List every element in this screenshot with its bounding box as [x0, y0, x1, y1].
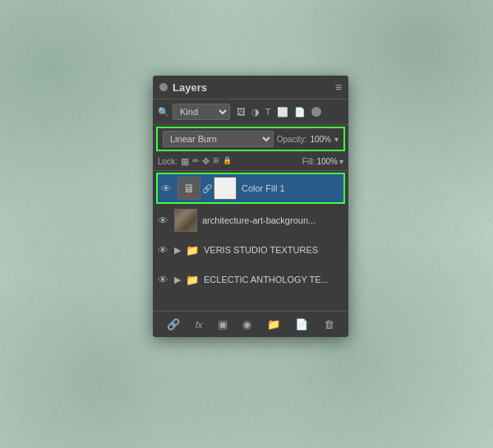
layer-eclectic-anthology[interactable]: 👁 ▶ 📁 ECLECTIC ANTHOLOGY TE...: [153, 265, 348, 294]
blend-opacity-row: Normal Dissolve Darken Multiply Color Bu…: [158, 128, 343, 150]
layer-visibility-icon-1[interactable]: 👁: [158, 215, 169, 227]
close-button[interactable]: [159, 83, 168, 91]
selected-layer-wrapper: 👁 🖥 🔗 Color Fill 1: [156, 173, 345, 204]
opacity-dropdown-arrow[interactable]: ▾: [334, 135, 339, 144]
layer-name-3: ECLECTIC ANTHOLOGY TE...: [204, 275, 343, 284]
fill-dropdown-arrow[interactable]: ▾: [339, 157, 343, 166]
layer-visibility-icon-0[interactable]: 👁: [161, 182, 173, 195]
layer-thumb-photo: [174, 209, 197, 232]
blend-row-wrapper: Normal Dissolve Darken Multiply Color Bu…: [156, 127, 345, 151]
filter-row: 🔍 Kind Name Effect Mode 🖼 ◑ T ⬜ 📄: [153, 99, 348, 125]
layer-arrow-2[interactable]: ▶: [174, 245, 181, 256]
layers-panel: Layers ≡ 🔍 Kind Name Effect Mode 🖼 ◑ T ⬜…: [153, 76, 348, 337]
layer-name-2: VERIS STUDIO TEXTURES: [204, 245, 343, 255]
filter-smart-icon[interactable]: 📄: [293, 106, 307, 118]
filter-adjust-icon[interactable]: ◑: [250, 106, 261, 118]
fill-label: Fill:: [302, 157, 316, 166]
filter-icons: 🖼 ◑ T ⬜ 📄: [235, 106, 321, 118]
fill-section: Fill: 100% ▾: [302, 157, 343, 166]
lock-label: Lock:: [158, 157, 177, 166]
filter-image-icon[interactable]: 🖼: [235, 106, 247, 118]
layer-veris-studio[interactable]: 👁 ▶ 📁 VERIS STUDIO TEXTURES: [153, 235, 348, 265]
layer-name-1: architecture-art-backgroun...: [202, 215, 343, 225]
lock-move-icon[interactable]: ✥: [202, 156, 210, 167]
filter-kind-select[interactable]: Kind Name Effect Mode: [173, 104, 230, 120]
lock-pixels-icon[interactable]: ▦: [181, 156, 189, 167]
folder-icon-3: 📁: [186, 274, 199, 286]
lock-row: Lock: ▦ ✏ ✥ ⊞ 🔒 Fill: 100% ▾: [153, 153, 348, 171]
opacity-value: 100%: [310, 135, 331, 144]
layer-color-fill-1[interactable]: 👁 🖥 🔗 Color Fill 1: [158, 174, 343, 202]
opacity-label: Opacity:: [277, 135, 307, 144]
filter-toggle[interactable]: [311, 107, 321, 117]
new-group-icon[interactable]: 📁: [264, 316, 283, 332]
layer-name-0: Color Fill 1: [242, 183, 340, 193]
new-layer-icon[interactable]: 📄: [292, 316, 311, 332]
lock-icons: ▦ ✏ ✥ ⊞ 🔒: [181, 156, 232, 167]
panel-titlebar: Layers ≡: [153, 76, 348, 99]
filter-text-icon[interactable]: T: [264, 106, 273, 118]
lock-artboard-icon[interactable]: ⊞: [213, 156, 219, 167]
layer-thumbs-0: 🖥 🔗: [177, 177, 237, 200]
layers-list: 👁 🖥 🔗 Color Fill 1 👁 architecture-art-ba…: [153, 173, 348, 311]
panel-title: Layers: [173, 81, 207, 94]
lock-all-icon[interactable]: 🔒: [223, 156, 232, 167]
layer-link-0: 🔗: [202, 184, 212, 193]
layer-thumb-monitor: 🖥: [177, 177, 200, 200]
search-icon: 🔍: [158, 107, 169, 118]
adjustment-icon[interactable]: ◉: [239, 316, 255, 332]
blend-mode-select[interactable]: Normal Dissolve Darken Multiply Color Bu…: [163, 131, 274, 147]
layer-thumb-white: [214, 177, 237, 200]
lock-draw-icon[interactable]: ✏: [192, 156, 199, 167]
fill-value: 100%: [316, 157, 338, 166]
layer-visibility-icon-2[interactable]: 👁: [158, 244, 169, 256]
panel-menu-icon[interactable]: ≡: [335, 81, 342, 94]
fx-icon[interactable]: fx: [192, 318, 206, 331]
layers-spacer: [153, 294, 348, 311]
layer-arrow-3[interactable]: ▶: [174, 275, 181, 285]
photo-bg: [175, 210, 196, 231]
folder-icon-2: 📁: [186, 244, 199, 256]
layer-thumb-folder-2: 📁: [186, 238, 199, 261]
monitor-icon: 🖥: [183, 182, 195, 195]
layer-visibility-icon-3[interactable]: 👁: [158, 274, 169, 286]
add-mask-icon[interactable]: ▣: [214, 316, 231, 332]
layer-thumb-folder-3: 📁: [186, 268, 199, 291]
delete-layer-icon[interactable]: 🗑: [320, 316, 338, 332]
filter-shape-icon[interactable]: ⬜: [275, 106, 290, 118]
link-layers-icon[interactable]: 🔗: [164, 316, 183, 332]
panel-title-left: Layers: [159, 81, 207, 94]
bottom-toolbar: 🔗 fx ▣ ◉ 📁 📄 🗑: [153, 311, 348, 337]
layer-architecture[interactable]: 👁 architecture-art-backgroun...: [153, 206, 348, 235]
